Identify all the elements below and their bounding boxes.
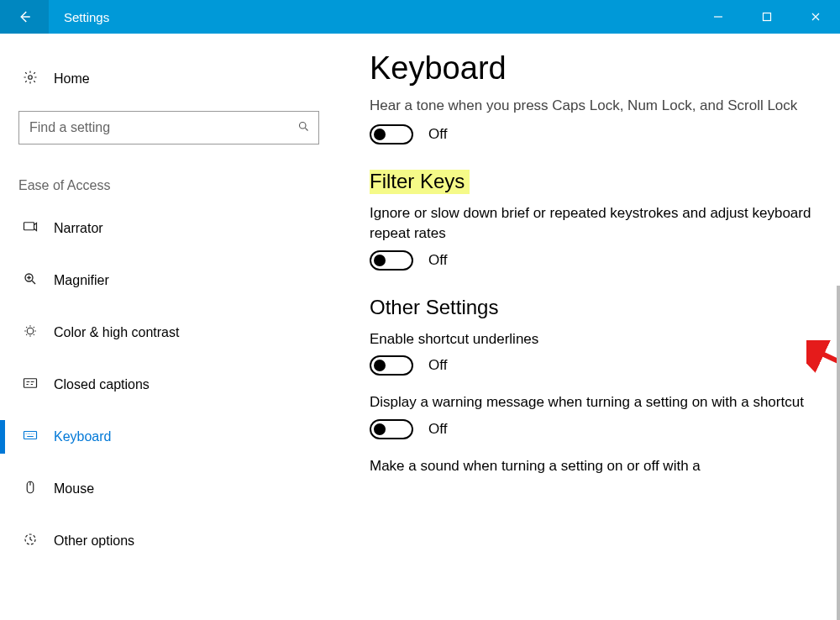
- scrollbar-thumb[interactable]: [837, 286, 840, 620]
- svg-point-1: [29, 76, 33, 80]
- filter-keys-heading: Filter Keys: [370, 170, 815, 193]
- home-label: Home: [54, 71, 90, 87]
- minimize-button[interactable]: [694, 0, 743, 34]
- svg-rect-0: [764, 13, 771, 21]
- svg-point-5: [27, 328, 34, 334]
- svg-rect-6: [24, 379, 37, 388]
- section-label: Ease of Access: [18, 178, 336, 193]
- svg-point-2: [300, 123, 307, 129]
- svg-rect-7: [24, 432, 37, 439]
- sidebar-item-mouse[interactable]: Mouse: [18, 469, 336, 509]
- search-icon: [297, 120, 310, 135]
- home-button[interactable]: Home: [18, 59, 336, 99]
- sound-desc: Make a sound when turning a setting on o…: [370, 456, 815, 476]
- toggle-shortcut-label: Off: [428, 357, 447, 374]
- toggle-warning-label: Off: [428, 421, 447, 438]
- main-panel: Keyboard Hear a tone when you press Caps…: [336, 34, 840, 620]
- sidebar-item-label: Color & high contrast: [54, 325, 179, 340]
- gear-icon: [18, 70, 42, 88]
- captions-icon: [18, 376, 42, 394]
- keyboard-icon: [18, 428, 42, 446]
- sidebar-item-label: Mouse: [54, 481, 94, 497]
- sidebar-item-keyboard[interactable]: Keyboard: [18, 417, 336, 457]
- sidebar-item-label: Magnifier: [54, 273, 109, 288]
- sidebar-item-other[interactable]: Other options: [18, 521, 336, 561]
- warning-msg-desc: Display a warning message when turning a…: [370, 392, 815, 412]
- mouse-icon: [18, 480, 42, 498]
- sidebar-item-label: Closed captions: [54, 377, 150, 392]
- toggle-filter-label: Off: [428, 252, 447, 269]
- other-icon: [18, 532, 42, 550]
- sidebar-item-narrator[interactable]: Narrator: [18, 208, 336, 249]
- sidebar-item-magnifier[interactable]: Magnifier: [18, 260, 336, 301]
- sidebar-item-label: Narrator: [54, 221, 103, 236]
- toggle-tone-label: Off: [428, 126, 447, 143]
- maximize-button[interactable]: [743, 0, 791, 34]
- search-input[interactable]: [29, 120, 297, 135]
- titlebar: Settings: [0, 0, 840, 34]
- toggle-tone[interactable]: [370, 124, 413, 144]
- sidebar-item-contrast[interactable]: Color & high contrast: [18, 313, 336, 353]
- window-title: Settings: [49, 0, 109, 34]
- magnifier-icon: [18, 271, 42, 290]
- sidebar-item-label: Other options: [54, 533, 134, 549]
- sidebar: Home Ease of Access Narrator Magnifier: [0, 34, 336, 620]
- shortcut-underlines-desc: Enable shortcut underlines: [370, 329, 815, 349]
- search-box[interactable]: [18, 111, 319, 144]
- narrator-icon: [18, 219, 42, 238]
- toggle-warning-msg[interactable]: [370, 419, 413, 439]
- other-settings-heading: Other Settings: [370, 296, 815, 319]
- filter-keys-desc: Ignore or slow down brief or repeated ke…: [370, 203, 815, 244]
- sidebar-item-captions[interactable]: Closed captions: [18, 365, 336, 405]
- back-button[interactable]: [0, 0, 49, 34]
- svg-rect-3: [24, 223, 34, 230]
- page-title: Keyboard: [370, 50, 815, 87]
- contrast-icon: [18, 323, 42, 342]
- sidebar-item-label: Keyboard: [54, 429, 112, 444]
- toggle-filter-keys[interactable]: [370, 250, 413, 271]
- truncated-desc: Hear a tone when you press Caps Lock, Nu…: [370, 97, 815, 116]
- toggle-shortcut-underlines[interactable]: [370, 355, 413, 376]
- close-button[interactable]: [791, 0, 840, 34]
